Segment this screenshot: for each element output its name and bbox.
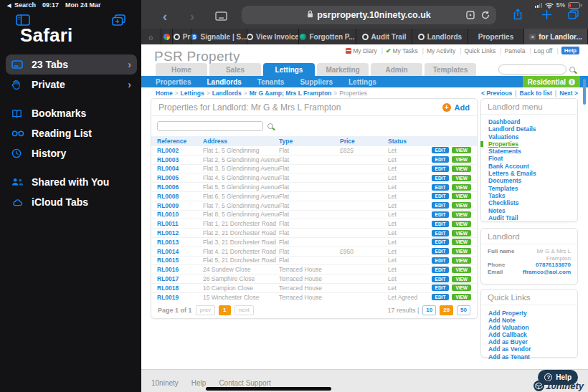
view-button[interactable]: VIEW [452,221,471,227]
tab-signable[interactable]: Signable | S... [191,29,247,44]
reference-link[interactable]: RL0005 [157,174,203,181]
view-button[interactable]: VIEW [452,294,471,300]
tab-marketing[interactable]: Marketing [317,63,369,76]
landlord-menu-item[interactable]: Dashboard [488,118,577,125]
edit-button[interactable]: EDIT [432,285,450,291]
breadcrumb-item[interactable]: Home [156,90,181,97]
subnav-tenants[interactable]: Tenants [257,78,285,86]
search-icon[interactable] [569,67,575,72]
tabs-overview-icon[interactable] [568,9,579,22]
help-bubble-button[interactable]: ? Help [538,370,578,385]
next-link[interactable]: Next > [559,90,578,97]
view-button[interactable]: VIEW [452,166,471,172]
reference-link[interactable]: RL0002 [157,147,203,154]
edit-button[interactable]: EDIT [432,175,450,181]
view-button[interactable]: VIEW [452,230,471,236]
log-off-link[interactable]: Log off [534,47,561,54]
reference-link[interactable]: RL0013 [157,239,203,246]
landlord-menu-item[interactable]: Notes [488,207,577,214]
my-tasks-link[interactable]: ✔My Tasks [386,47,427,54]
reference-link[interactable]: RL0015 [157,257,203,264]
previous-link[interactable]: < Previous [481,90,520,97]
view-button[interactable]: VIEW [452,248,471,254]
view-button[interactable]: VIEW [452,239,471,245]
reference-link[interactable]: RL0004 [157,165,203,172]
tab-sales[interactable]: Sales [209,63,261,76]
tab-view-invoice[interactable]: View Invoice [247,29,299,44]
sidebar-item-bookmarks[interactable]: Bookmarks [6,103,137,123]
tab-lettings[interactable]: Lettings [263,63,315,76]
view-button[interactable]: VIEW [452,156,471,163]
tab-templates[interactable]: Templates [425,63,476,76]
edit-button[interactable]: EDIT [432,193,450,199]
tab-home[interactable]: Home [156,63,207,76]
footer-10ninety-link[interactable]: 10ninety [151,379,179,387]
landlord-menu-item[interactable]: Properties [488,140,577,148]
landlord-menu-item[interactable]: Checklists [488,199,577,206]
reference-link[interactable]: RL0016 [157,266,203,273]
edit-button[interactable]: EDIT [432,147,450,153]
user-link[interactable]: Pamela [505,47,534,54]
reference-link[interactable]: RL0012 [157,229,203,236]
landlord-menu-item[interactable]: Letters & Emails [488,170,577,177]
sidebar-item-icloud-tabs[interactable]: iCloud Tabs [6,192,137,212]
tab-landlords[interactable]: Landlords [412,29,468,44]
share-icon[interactable] [513,9,523,23]
subnav-properties[interactable]: Properties [156,78,191,86]
column-header[interactable]: Type [279,138,340,145]
view-button[interactable]: VIEW [452,276,471,282]
edit-button[interactable]: EDIT [432,267,450,273]
field-value[interactable]: 07876133870 [519,262,571,269]
my-activity-link[interactable]: My Activity [427,47,464,54]
next-page-button[interactable]: next [234,305,254,315]
sidebar-item-tabs[interactable]: 23 Tabs › [6,54,137,75]
column-header[interactable]: Status [388,138,430,145]
back-to-list-link[interactable]: Back to list [520,90,560,97]
view-button[interactable]: VIEW [452,147,471,153]
footer-contact-support-link[interactable]: Contact Support [219,379,270,387]
page-size-20[interactable]: 20 [440,305,453,315]
prev-page-button[interactable]: prev [196,305,216,315]
subnav-suppliers[interactable]: Suppliers [300,78,333,86]
breadcrumb-item[interactable]: Landlords [212,90,250,97]
quick-link-item[interactable]: Add as Tenant [488,353,577,360]
reference-link[interactable]: RL0019 [157,294,203,301]
reference-link[interactable]: RL0018 [157,285,203,292]
tab-audit-trail[interactable]: Audit Trail [356,29,412,44]
edit-button[interactable]: EDIT [432,230,450,236]
tab-properties[interactable]: Properties [468,29,524,44]
back-to-search-link[interactable]: ◀ Search [7,1,36,9]
site-search-input[interactable] [498,64,566,75]
view-button[interactable]: VIEW [452,267,471,273]
view-button[interactable]: VIEW [452,184,471,191]
landlord-menu-item[interactable]: Valuations [488,133,577,140]
edit-button[interactable]: EDIT [432,276,450,282]
landlord-menu-item[interactable]: Float [488,155,577,162]
page-1-button[interactable]: 1 [219,305,230,315]
sidebar-item-history[interactable]: History [6,143,137,163]
home-indicator[interactable] [206,387,331,391]
quick-link-item[interactable]: Add Property [488,310,577,317]
landlord-menu-item[interactable]: Documents [488,177,577,184]
page-size-50[interactable]: 50 [457,305,470,315]
sidebar-item-reading-list[interactable]: Reading List [6,123,137,143]
reference-link[interactable]: RL0014 [157,248,203,255]
breadcrumb-item[interactable]: Mr G &amp; Mrs L Frampton [250,90,340,97]
my-diary-link[interactable]: My Diary [346,47,386,54]
address-bar[interactable]: psrproperty.10ninety.co.uk [242,6,496,24]
new-tab-icon[interactable] [541,9,552,23]
quick-links-link[interactable]: Quick Links [464,47,504,54]
tab-pr[interactable]: Pr [173,29,191,44]
residential-button[interactable]: Residentiali [523,76,580,87]
edit-button[interactable]: EDIT [432,248,450,254]
reference-link[interactable]: RL0009 [157,202,203,209]
edit-button[interactable]: EDIT [432,221,450,227]
tab-forgotten[interactable]: Forgotten P... [299,29,356,44]
reference-link[interactable]: RL0011 [157,220,203,227]
reference-link[interactable]: RL0003 [157,156,203,163]
field-value[interactable]: fframco@aol.com [519,269,571,276]
reference-link[interactable]: RL0017 [157,275,203,282]
page-size-10[interactable]: 10 [422,305,436,315]
scrollbar-thumb[interactable] [583,79,586,105]
extensions-icon[interactable] [466,11,475,21]
